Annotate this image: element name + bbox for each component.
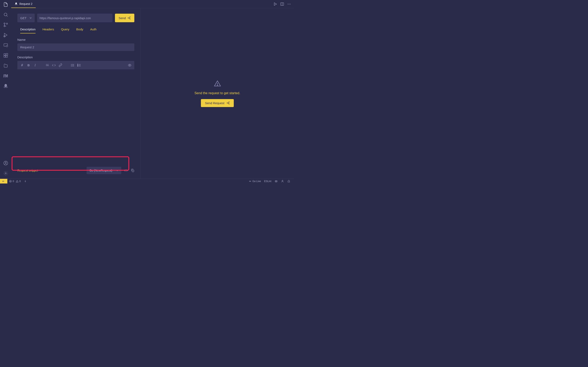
unordered-list-icon[interactable] <box>71 63 75 67</box>
activity-bar: FM <box>0 0 11 179</box>
warning-count: 0 <box>19 180 21 183</box>
svg-rect-10 <box>6 53 8 55</box>
svg-point-32 <box>25 181 26 182</box>
warning-icon <box>214 80 221 87</box>
svg-rect-34 <box>275 180 277 182</box>
snippet-row: Request snippet Go (NewRequest) <box>17 164 134 176</box>
warning-icon <box>16 180 18 183</box>
split-editor-icon[interactable] <box>280 2 284 6</box>
snippet-label: Request snippet <box>17 169 38 172</box>
svg-point-12 <box>5 85 6 85</box>
explorer-icon[interactable] <box>3 2 9 7</box>
link-icon[interactable] <box>59 63 62 67</box>
description-label: Description <box>17 55 134 59</box>
remote-indicator[interactable] <box>0 179 7 184</box>
copilot-icon[interactable] <box>273 180 279 183</box>
folder-icon[interactable] <box>3 63 9 68</box>
source-control-icon[interactable] <box>3 22 9 28</box>
http-method-select[interactable]: GET <box>17 14 35 22</box>
problems-indicator[interactable]: 0 0 <box>7 180 22 183</box>
ports-indicator[interactable] <box>22 180 28 183</box>
svg-point-22 <box>71 64 72 64</box>
svg-point-11 <box>4 84 7 87</box>
svg-point-21 <box>290 4 291 4</box>
more-icon[interactable] <box>287 2 291 6</box>
svg-rect-29 <box>132 170 134 172</box>
svg-rect-7 <box>4 54 6 55</box>
send-icon <box>127 16 131 20</box>
play-icon[interactable] <box>273 2 277 6</box>
tab-body[interactable]: Body <box>76 27 83 33</box>
bold-icon[interactable]: B <box>27 63 30 67</box>
preview-icon[interactable] <box>128 63 131 67</box>
tab-headers[interactable]: Headers <box>43 27 54 33</box>
send-request-button[interactable]: Send Request <box>201 99 234 107</box>
name-input[interactable] <box>17 43 134 51</box>
svg-point-36 <box>276 181 277 182</box>
description-toolbar: # B I 66 <box>17 61 134 69</box>
tab-description[interactable]: Description <box>20 27 35 33</box>
editor-tab-request2[interactable]: Request 2 <box>11 0 36 8</box>
italic-icon[interactable]: I <box>33 63 37 67</box>
url-input[interactable] <box>37 14 112 22</box>
eslint-label: ESLint <box>264 180 271 183</box>
send-button[interactable]: Send <box>115 14 134 22</box>
svg-point-37 <box>282 180 283 181</box>
broadcast-icon <box>249 180 251 183</box>
status-bar: 0 0 Go Live ESLint <box>0 179 294 184</box>
svg-point-16 <box>5 173 6 174</box>
request-tabs: Description Headers Query Body Auth <box>17 27 134 34</box>
account-icon[interactable] <box>3 160 9 166</box>
snippet-selected: Go (NewRequest) <box>89 169 112 172</box>
tab-auth[interactable]: Auth <box>90 27 96 33</box>
chevron-down-icon <box>29 17 32 19</box>
description-editor: # B I 66 <box>17 61 134 69</box>
notifications-icon[interactable] <box>286 180 292 183</box>
octopus-icon <box>15 2 18 6</box>
svg-point-6 <box>6 45 8 47</box>
search-icon[interactable] <box>3 12 9 17</box>
svg-point-28 <box>129 65 130 66</box>
svg-point-35 <box>276 181 276 182</box>
go-live-label: Go Live <box>252 180 261 183</box>
quote-icon[interactable]: 66 <box>45 63 49 67</box>
method-value: GET <box>20 16 26 20</box>
error-count: 0 <box>13 180 14 183</box>
svg-point-20 <box>289 4 290 4</box>
code-icon[interactable] <box>52 63 56 67</box>
svg-point-23 <box>71 65 72 66</box>
svg-point-15 <box>5 162 6 163</box>
fm-extension-icon[interactable]: FM <box>3 73 9 79</box>
tab-query[interactable]: Query <box>61 27 69 33</box>
feedback-icon[interactable] <box>279 180 286 183</box>
svg-point-17 <box>15 2 17 4</box>
tab-title: Request 2 <box>19 2 33 6</box>
snippet-language-select[interactable]: Go (NewRequest) <box>86 167 121 174</box>
code-icon[interactable] <box>124 169 128 172</box>
svg-rect-9 <box>6 56 8 57</box>
extensions-icon[interactable] <box>3 53 9 58</box>
send-icon <box>226 101 230 105</box>
svg-point-24 <box>71 66 72 66</box>
svg-rect-8 <box>4 56 6 57</box>
svg-point-3 <box>4 23 5 24</box>
settings-icon[interactable] <box>3 170 9 176</box>
heading-icon[interactable]: # <box>20 63 24 67</box>
chevron-down-icon <box>116 169 118 172</box>
svg-text:3: 3 <box>78 66 78 67</box>
remote-explorer-icon[interactable] <box>3 42 9 48</box>
request-panel: GET Send Description Headers Query <box>11 8 141 179</box>
svg-point-0 <box>4 13 7 16</box>
send-request-label: Send Request <box>205 101 224 105</box>
send-label: Send <box>119 16 126 20</box>
svg-point-19 <box>288 4 288 4</box>
octopus-icon[interactable] <box>3 83 9 89</box>
run-debug-icon[interactable] <box>3 32 9 38</box>
port-icon <box>24 180 27 183</box>
eslint-indicator[interactable]: ESLint <box>263 180 273 183</box>
empty-state-text: Send the request to get started. <box>194 91 240 95</box>
copy-icon[interactable] <box>131 169 134 172</box>
go-live-button[interactable]: Go Live <box>247 180 262 183</box>
ordered-list-icon[interactable]: 123 <box>77 63 81 67</box>
svg-point-33 <box>250 181 250 181</box>
